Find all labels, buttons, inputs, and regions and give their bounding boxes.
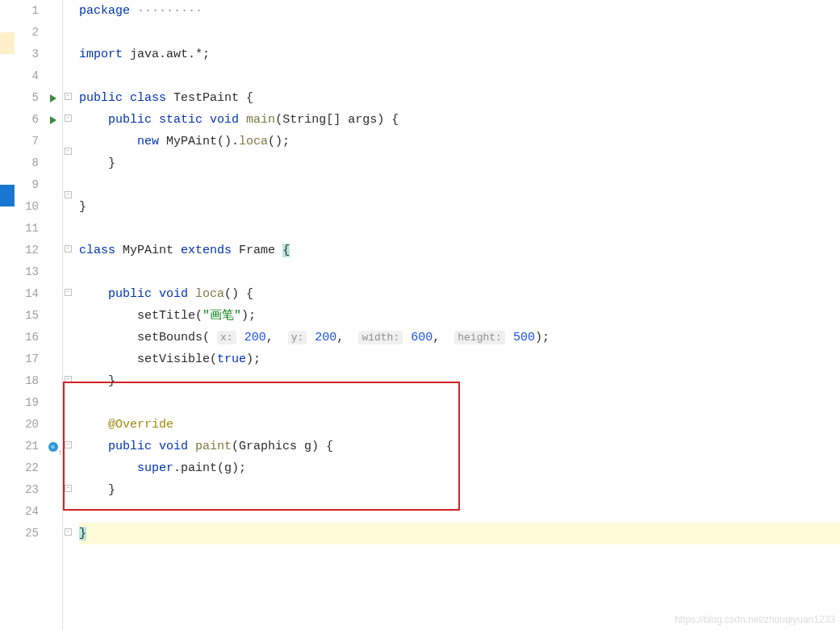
line-number[interactable]: 5 [15, 87, 44, 109]
class-name: TestPaint [173, 91, 239, 105]
string-literal: "画笔" [203, 309, 241, 323]
annotation: @Override [108, 418, 173, 432]
line-number[interactable]: 3 [15, 44, 44, 65]
matched-brace: { [282, 244, 290, 257]
line-number[interactable]: 7 [15, 131, 44, 152]
gutter-icon-column: o↑ [44, 0, 63, 630]
line-number[interactable]: 24 [15, 501, 44, 523]
run-gutter-icon[interactable] [50, 94, 56, 102]
run-gutter-icon[interactable] [50, 116, 56, 124]
class-name: MyPAint [123, 244, 173, 257]
change-marker-yellow [0, 32, 15, 54]
change-marker-blue [0, 185, 15, 207]
line-number[interactable]: 12 [15, 240, 44, 261]
line-number[interactable]: 16 [15, 327, 44, 348]
line-number[interactable]: 4 [15, 65, 44, 87]
method-name: paint [195, 440, 232, 453]
override-gutter-icon[interactable]: o↑ [48, 442, 58, 452]
method-name: loca [195, 287, 224, 301]
line-number[interactable]: 11 [15, 218, 44, 240]
line-number[interactable]: 23 [15, 479, 44, 501]
fold-toggle-icon[interactable]: - [65, 289, 72, 296]
line-number[interactable]: 17 [15, 348, 44, 370]
fold-toggle-icon[interactable]: - [65, 93, 72, 100]
parameter-hint: x: [217, 331, 236, 344]
line-number[interactable]: 8 [15, 152, 44, 174]
code-text-area[interactable]: package ········· import java.awt.*; pub… [74, 0, 840, 630]
keyword: package [79, 4, 130, 18]
method-name: main [246, 113, 275, 127]
fold-toggle-icon[interactable]: - [65, 376, 72, 383]
line-number[interactable]: 21 [15, 436, 44, 457]
fold-toggle-icon[interactable]: - [65, 245, 72, 252]
line-number[interactable]: 19 [15, 392, 44, 414]
fold-toggle-icon[interactable]: - [65, 441, 72, 449]
fold-toggle-icon[interactable]: - [65, 148, 72, 155]
line-number[interactable]: 2 [15, 22, 44, 44]
fold-toggle-icon[interactable]: - [65, 115, 72, 122]
parameter-hint: width: [358, 331, 403, 344]
fold-toggle-icon[interactable]: - [65, 485, 72, 492]
fold-column[interactable]: - - - - - - - - - - [63, 0, 74, 630]
line-number[interactable]: 14 [15, 283, 44, 305]
import-path: java.awt.*; [130, 48, 210, 61]
matched-brace: } [79, 527, 86, 540]
change-marker-stripe [0, 0, 15, 630]
parameter-hint: height: [454, 331, 505, 344]
watermark-text: https://blog.csdn.net/zhouqiyuan1233 [675, 614, 835, 625]
keyword: import [79, 48, 123, 61]
line-number[interactable]: 15 [15, 305, 44, 327]
parameter-hint: y: [288, 331, 307, 344]
line-number[interactable]: 13 [15, 261, 44, 283]
line-number[interactable]: 10 [15, 196, 44, 218]
fold-toggle-icon[interactable]: - [65, 528, 72, 536]
line-number[interactable]: 20 [15, 414, 44, 436]
line-number[interactable]: 25 [15, 523, 44, 544]
code-editor[interactable]: 1 2 3 4 5 6 7 8 9 10 11 12 13 14 15 16 1… [0, 0, 840, 630]
line-number[interactable]: 6 [15, 109, 44, 131]
line-number-gutter[interactable]: 1 2 3 4 5 6 7 8 9 10 11 12 13 14 15 16 1… [15, 0, 44, 630]
line-number[interactable]: 22 [15, 457, 44, 479]
fold-toggle-icon[interactable]: - [65, 191, 72, 198]
line-number[interactable]: 1 [15, 0, 44, 22]
line-number[interactable]: 9 [15, 174, 44, 196]
line-number[interactable]: 18 [15, 370, 44, 392]
